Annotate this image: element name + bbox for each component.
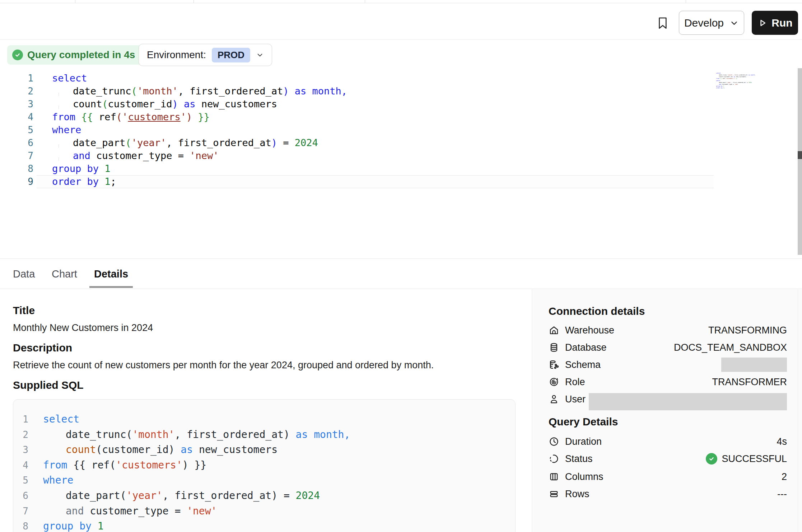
panel-scroll-edge — [798, 289, 798, 532]
query-status-badge: Query completed in 4s — [7, 45, 144, 65]
editor-scrollbar-thumb[interactable] — [798, 151, 802, 159]
chevron-down-icon — [729, 18, 739, 28]
line-number: 1 — [0, 72, 33, 85]
database-icon — [549, 342, 559, 353]
sql-editor[interactable]: 1select2date_trunc('month', first_ordere… — [0, 72, 802, 188]
redacted-value-box — [721, 358, 787, 372]
code-line-2: 2date_trunc('month', first_ordered_at) a… — [13, 427, 515, 443]
toolbar: Develop Run — [0, 3, 802, 40]
line-number: 4 — [13, 458, 28, 473]
ide-page: { "toolbar": { "develop_label": "Develop… — [0, 0, 802, 532]
status-value: SUCCESSFUL — [706, 453, 787, 465]
line-number: 7 — [0, 149, 33, 162]
detail-label: Rows — [565, 489, 589, 500]
detail-row-rows: Rows--- — [549, 485, 787, 503]
line-number: 8 — [0, 162, 33, 175]
line-number: 1 — [13, 412, 28, 427]
detail-row-schema: Schema — [549, 356, 787, 373]
line-number: 8 — [13, 519, 28, 532]
redacted-value-box — [589, 393, 787, 410]
browser-tabstrip — [0, 0, 802, 3]
title-value: Monthly New Customers in 2024 — [13, 322, 153, 333]
code-line-6: 6date_part('year', first_ordered_at) = 2… — [13, 488, 515, 504]
user-icon — [549, 394, 559, 405]
tabstrip-separator — [686, 0, 686, 3]
code-line-5: 5where — [13, 473, 515, 488]
bookmark-icon — [657, 16, 668, 30]
title-heading: Title — [13, 304, 35, 317]
bookmark-button[interactable] — [655, 14, 671, 32]
warehouse-icon — [549, 325, 559, 336]
run-button[interactable]: Run — [752, 11, 798, 35]
detail-value: TRANSFORMER — [712, 377, 787, 388]
line-number: 9 — [0, 175, 33, 188]
query-status-text: Query completed in 4s — [27, 49, 135, 61]
duration-icon — [549, 436, 559, 447]
tab-chart[interactable]: Chart — [52, 265, 77, 283]
results-tabs-bar: Data Chart Details — [0, 258, 802, 289]
code-line-3: 3count(customer_id) as new_customers — [0, 98, 802, 111]
line-number: 4 — [0, 111, 33, 123]
develop-dropdown-button[interactable]: Develop — [679, 11, 744, 35]
detail-row-database: DatabaseDOCS_TEAM_SANDBOX — [549, 339, 787, 356]
detail-label: Role — [565, 377, 585, 388]
detail-label: Database — [565, 342, 607, 353]
tabstrip-separator — [365, 0, 365, 3]
line-number: 2 — [13, 427, 28, 443]
schema-icon — [549, 359, 559, 370]
details-right-panel: Connection details WarehouseTRANSFORMING… — [532, 289, 802, 532]
detail-value: 2 — [782, 471, 787, 482]
status-icon — [549, 453, 559, 464]
code-line-1: 1select — [0, 72, 802, 85]
detail-row-user: User — [549, 391, 787, 408]
code-line-3: 3count(customer_id) as new_customers — [13, 442, 515, 458]
detail-label: Schema — [565, 359, 601, 370]
code-line-4: 4from {{ ref('customers') }} — [0, 111, 802, 123]
columns-icon — [549, 471, 559, 482]
detail-row-columns: Columns2 — [549, 468, 787, 485]
code-line-4: 4from {{ ref('customers') }} — [13, 458, 515, 473]
code-line-6: 6date_part('year', first_ordered_at) = 2… — [0, 136, 802, 149]
detail-row-role: RoleTRANSFORMER — [549, 373, 787, 391]
detail-label: Duration — [565, 436, 602, 447]
success-check-icon — [706, 453, 717, 465]
detail-value: DOCS_TEAM_SANDBOX — [674, 342, 787, 353]
line-number: 6 — [13, 488, 28, 504]
code-line-8: 8group by 1 — [13, 519, 515, 532]
supplied-sql-code-block: 1select2date_trunc('month', first_ordere… — [13, 399, 516, 532]
description-heading: Description — [13, 342, 72, 354]
play-icon — [757, 18, 768, 28]
detail-label: User — [565, 394, 586, 405]
editor-scrollbar-track[interactable] — [798, 68, 802, 255]
detail-row-duration: Duration4s — [549, 433, 787, 450]
line-number: 6 — [0, 136, 33, 149]
code-line-2: 2date_trunc('month', first_ordered_at) a… — [0, 85, 802, 98]
detail-value: TRANSFORMING — [708, 325, 787, 336]
detail-label: Status — [565, 453, 593, 465]
editor-minimap[interactable]: selectdate_trunc('month', first_ordered_… — [716, 73, 759, 89]
detail-value: --- — [777, 489, 787, 500]
environment-label: Environment: — [147, 49, 206, 61]
tab-data[interactable]: Data — [13, 265, 35, 283]
description-value: Retrieve the count of new customers per … — [13, 360, 434, 371]
detail-label: Warehouse — [565, 325, 614, 336]
tabstrip-separator — [75, 0, 75, 3]
connection-details-heading: Connection details — [549, 305, 645, 317]
tab-details[interactable]: Details — [94, 265, 128, 283]
detail-row-warehouse: WarehouseTRANSFORMING — [549, 322, 787, 339]
develop-label: Develop — [684, 17, 724, 29]
line-number: 3 — [13, 442, 28, 458]
detail-value: SUCCESSFUL — [722, 453, 787, 465]
environment-dropdown[interactable]: Environment: PROD — [139, 44, 272, 66]
tabstrip-separator — [193, 0, 194, 3]
line-number: 5 — [0, 123, 33, 136]
check-circle-icon — [12, 50, 23, 60]
rows-icon — [549, 489, 559, 499]
environment-value-chip: PROD — [212, 48, 250, 62]
code-line-8: 8group by 1 — [0, 162, 802, 175]
code-line-9: order by 1; — [716, 87, 759, 89]
code-line-7: 7and customer_type = 'new' — [13, 504, 515, 519]
detail-label: Columns — [565, 471, 603, 482]
detail-value: 4s — [777, 436, 787, 447]
code-line-9: 9order by 1; — [0, 175, 802, 188]
